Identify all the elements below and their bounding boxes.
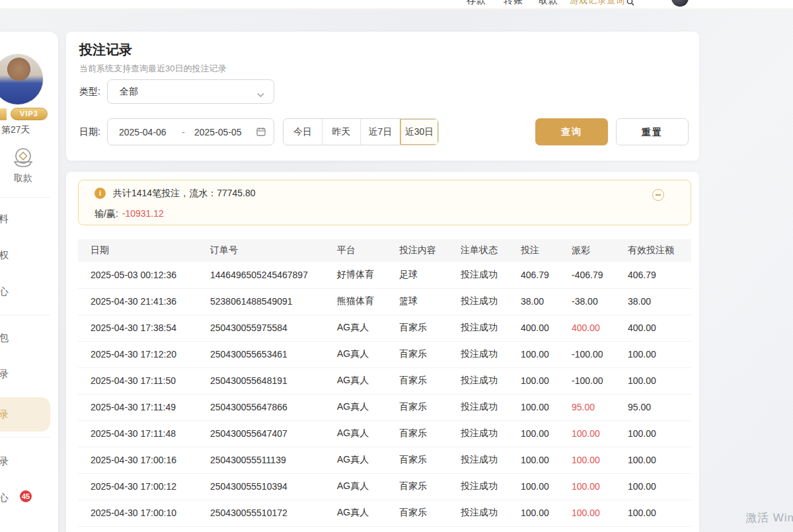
- quick-range-7days[interactable]: 近7日: [360, 119, 400, 145]
- page-subtitle: 当前系统支持查询最近30日的投注记录: [79, 63, 226, 75]
- table-row: 2025-04-30 17:11:48250430055647407AG真人百家…: [78, 420, 691, 447]
- quick-range-today[interactable]: 今日: [283, 119, 322, 145]
- user-avatar-small[interactable]: [671, 0, 689, 7]
- sidebar-item-other-records[interactable]: 录: [0, 455, 9, 468]
- records-table-wrap: 日期订单号平台投注内容注单状态投注派彩有效投注额 2025-05-03 00:1…: [78, 239, 691, 527]
- cell-date: 2025-05-03 00:12:36: [78, 262, 210, 288]
- column-header: 日期: [78, 239, 210, 262]
- sidebar-divider: [0, 315, 50, 315]
- sidebar-item-privileges[interactable]: 权: [0, 248, 9, 262]
- cell-content: 百家乐: [399, 473, 461, 500]
- winloss-value: -10931.12: [122, 208, 164, 219]
- cell-content: 百家乐: [399, 341, 461, 367]
- cell-content: 百家乐: [399, 447, 461, 473]
- records-card: i 共计1414笔投注，流水：77745.80 输/赢:-10931.12 日期…: [66, 172, 699, 532]
- cell-date: 2025-04-30 17:11:50: [78, 367, 210, 394]
- cell-payout: 100.00: [572, 420, 628, 447]
- cell-order: 250430055647407: [210, 420, 337, 447]
- sidebar-item-profile[interactable]: 料: [0, 212, 9, 225]
- nav-item-transfer[interactable]: 转账: [504, 0, 523, 7]
- cell-date: 2025-04-30 17:00:10: [78, 500, 210, 526]
- withdraw-icon[interactable]: [10, 145, 36, 172]
- cell-status: 投注成功: [461, 367, 521, 394]
- cell-content: 篮球: [399, 288, 461, 315]
- cell-date: 2025-04-30 17:00:12: [78, 473, 210, 500]
- cell-date: 2025-04-30 17:38:54: [78, 315, 210, 341]
- search-button[interactable]: 查询: [535, 118, 608, 145]
- cell-status: 投注成功: [461, 394, 521, 420]
- cell-platform: AG真人: [337, 473, 399, 500]
- table-row: 2025-04-30 17:38:54250430055975584AG真人百家…: [78, 315, 691, 341]
- cell-order: 250430055510394: [210, 473, 337, 500]
- cell-order: 250430055647866: [210, 394, 337, 420]
- column-header: 订单号: [210, 239, 337, 262]
- cell-date: 2025-04-30 17:12:20: [78, 341, 210, 367]
- unread-count-badge: 45: [20, 490, 32, 502]
- cell-status: 投注成功: [461, 473, 521, 500]
- activate-windows-watermark: 激活 Win: [745, 510, 793, 525]
- cell-bet: 100.00: [521, 341, 572, 367]
- cell-date: 2025-04-30 17:11:48: [78, 420, 210, 447]
- quick-range-yesterday[interactable]: 昨天: [322, 119, 360, 145]
- cell-bet: 100.00: [521, 394, 572, 420]
- summary-winloss: 输/赢:-10931.12: [94, 208, 164, 220]
- cell-order: 250430055511139: [210, 447, 337, 473]
- nav-item-deposit[interactable]: 存款: [467, 0, 486, 7]
- table-row: 2025-04-30 17:00:16250430055511139AG真人百家…: [78, 447, 691, 473]
- cell-valid: 400.00: [628, 315, 691, 341]
- collapse-minus-icon[interactable]: [652, 189, 664, 201]
- withdraw-label[interactable]: 取款: [9, 172, 38, 184]
- cell-platform: 好博体育: [337, 262, 399, 288]
- sidebar-item-message-center[interactable]: 心: [0, 491, 9, 504]
- cell-bet: 100.00: [521, 473, 572, 500]
- cell-platform: 熊猫体育: [337, 288, 399, 315]
- sidebar-item-bet-records-active[interactable]: 录: [0, 408, 9, 421]
- table-row: 2025-05-03 00:12:361446496505245467897好博…: [78, 262, 691, 288]
- cell-valid: 100.00: [628, 447, 691, 473]
- cell-status: 投注成功: [461, 447, 521, 473]
- filters-card: 投注记录 当前系统支持查询最近30日的投注记录 类型: 全部 日期: 2025-…: [66, 32, 699, 161]
- chevron-down-icon: [257, 89, 264, 100]
- cell-valid: 100.00: [628, 367, 691, 394]
- search-icon[interactable]: [626, 0, 634, 9]
- cell-order: 250430055510172: [210, 500, 337, 526]
- cell-content: 足球: [399, 262, 461, 288]
- cell-payout: 100.00: [572, 473, 628, 500]
- date-range-input[interactable]: 2025-04-06 - 2025-05-05: [107, 118, 274, 145]
- cell-content: 百家乐: [399, 394, 461, 420]
- sidebar: VIP3 第27天 取款 料 权 心 包 录 录 录 心 45: [0, 32, 58, 532]
- cell-content: 百家乐: [399, 500, 461, 526]
- cell-status: 投注成功: [461, 500, 521, 526]
- sidebar-item-transaction-records[interactable]: 录: [0, 367, 9, 381]
- cell-bet: 406.79: [521, 262, 572, 288]
- cell-status: 投注成功: [461, 262, 521, 288]
- column-header: 注单状态: [461, 239, 521, 262]
- quick-range-30days[interactable]: 近30日: [400, 119, 438, 145]
- type-select[interactable]: 全部: [107, 79, 274, 104]
- date-filter-label: 日期:: [79, 126, 100, 138]
- sidebar-divider: [0, 197, 50, 198]
- winloss-label: 输/赢:: [94, 208, 118, 219]
- cell-bet: 100.00: [521, 447, 572, 473]
- table-row: 2025-04-30 17:00:12250430055510394AG真人百家…: [78, 473, 691, 500]
- nav-item-withdraw[interactable]: 取款: [539, 0, 558, 7]
- cell-date: 2025-04-30 17:00:16: [78, 447, 210, 473]
- sidebar-item-security-center[interactable]: 心: [0, 285, 9, 298]
- reset-button[interactable]: 重置: [616, 118, 689, 145]
- cell-valid: 406.79: [628, 262, 691, 288]
- nav-item-records-search[interactable]: 游戏记录查询: [570, 0, 625, 7]
- cell-valid: 100.00: [628, 420, 691, 447]
- cell-status: 投注成功: [461, 420, 521, 447]
- cell-bet: 100.00: [521, 420, 572, 447]
- user-avatar[interactable]: [0, 54, 44, 105]
- cell-platform: AG真人: [337, 420, 399, 447]
- date-end-value: 2025-05-05: [194, 127, 242, 137]
- column-header: 平台: [337, 239, 399, 262]
- info-icon: i: [94, 188, 106, 199]
- sidebar-item-wallet[interactable]: 包: [0, 331, 9, 344]
- type-filter-label: 类型:: [79, 86, 100, 98]
- date-separator: -: [182, 127, 185, 137]
- cell-status: 投注成功: [461, 288, 521, 315]
- column-header: 投注内容: [399, 239, 461, 262]
- top-navbar: 存款 转账 取款 游戏记录查询: [0, 0, 793, 9]
